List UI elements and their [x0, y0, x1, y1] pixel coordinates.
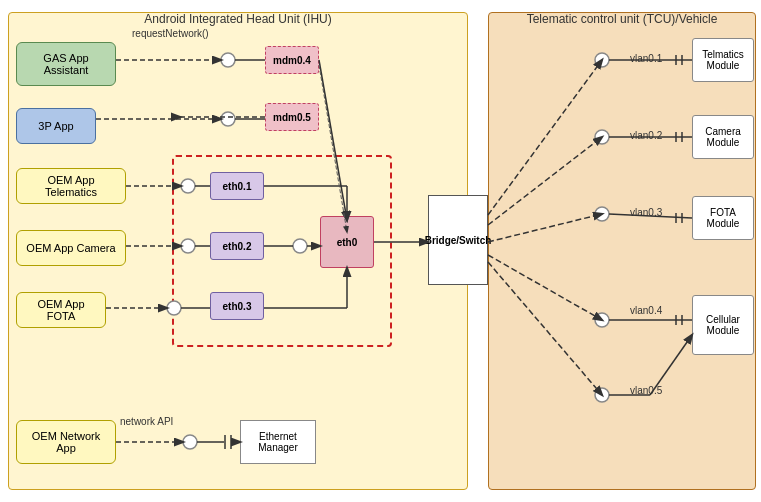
- eth02-box: eth0.2: [210, 232, 264, 260]
- bridge-switch-label: Bridge/Switch: [425, 235, 492, 246]
- eth0-box: eth0: [320, 216, 374, 268]
- vlan04-label: vlan0.4: [630, 305, 662, 316]
- mdm05-box: mdm0.5: [265, 103, 319, 131]
- vlan02-label: vlan0.2: [630, 130, 662, 141]
- app-gas-box: GAS App Assistant: [16, 42, 116, 86]
- eth02-label: eth0.2: [223, 241, 252, 252]
- eth01-label: eth0.1: [223, 181, 252, 192]
- app-oem-camera-box: OEM App Camera: [16, 230, 126, 266]
- cellular-module-box: Cellular Module: [692, 295, 754, 355]
- tcu-panel: Telematic control unit (TCU)/Vehicle: [488, 12, 756, 490]
- eth03-label: eth0.3: [223, 301, 252, 312]
- eth01-box: eth0.1: [210, 172, 264, 200]
- app-oem-fota-label: OEM App FOTA: [23, 298, 99, 322]
- eth-manager-label: Ethernet Manager: [258, 431, 297, 453]
- ihu-title: Android Integrated Head Unit (IHU): [144, 12, 331, 26]
- app-oem-fota-box: OEM App FOTA: [16, 292, 106, 328]
- mdm04-box: mdm0.4: [265, 46, 319, 74]
- vlan01-label: vlan0.1: [630, 53, 662, 64]
- eth0-label: eth0: [337, 237, 358, 248]
- app-oem-telematics-label: OEM App Telematics: [23, 174, 119, 198]
- vlan05-label: vlan0.5: [630, 385, 662, 396]
- telmatics-module-label: Telmatics Module: [702, 49, 744, 71]
- app-3p-label: 3P App: [38, 120, 73, 132]
- mdm04-label: mdm0.4: [273, 55, 311, 66]
- camera-module-box: Camera Module: [692, 115, 754, 159]
- app-3p-box: 3P App: [16, 108, 96, 144]
- app-oem-network-label: OEM Network App: [23, 430, 109, 454]
- app-oem-camera-label: OEM App Camera: [26, 242, 115, 254]
- app-oem-telematics-box: OEM App Telematics: [16, 168, 126, 204]
- bridge-switch-box: Bridge/Switch: [428, 195, 488, 285]
- telmatics-module-box: Telmatics Module: [692, 38, 754, 82]
- network-api-label: network API: [120, 416, 173, 427]
- vlan03-label: vlan0.3: [630, 207, 662, 218]
- eth-manager-box: Ethernet Manager: [240, 420, 316, 464]
- fota-module-box: FOTA Module: [692, 196, 754, 240]
- eth03-box: eth0.3: [210, 292, 264, 320]
- cellular-module-label: Cellular Module: [706, 314, 740, 336]
- request-network-label: requestNetwork(): [132, 28, 209, 39]
- fota-module-label: FOTA Module: [707, 207, 740, 229]
- app-oem-network-box: OEM Network App: [16, 420, 116, 464]
- camera-module-label: Camera Module: [705, 126, 741, 148]
- app-gas-label: GAS App Assistant: [23, 52, 109, 76]
- mdm05-label: mdm0.5: [273, 112, 311, 123]
- diagram-container: Android Integrated Head Unit (IHU) Telem…: [0, 0, 761, 502]
- tcu-title: Telematic control unit (TCU)/Vehicle: [527, 12, 718, 26]
